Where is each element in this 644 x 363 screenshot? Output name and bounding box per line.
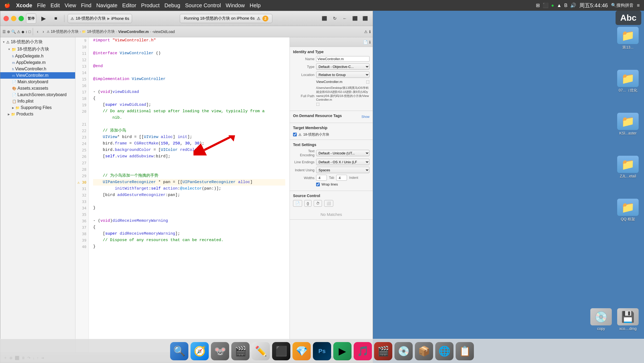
menu-find[interactable]: Find — [81, 2, 92, 9]
folder-07[interactable]: 📁 07...（优化 — [617, 70, 639, 93]
target-checkbox[interactable] — [293, 133, 297, 136]
layout-right-btn[interactable]: ⬛ — [361, 14, 369, 23]
menu-xcode[interactable]: Xcode — [16, 2, 32, 9]
sc-blame-btn[interactable]: ⬜ — [324, 200, 333, 207]
dock-play[interactable]: ▶ — [333, 342, 352, 360]
screen-icon[interactable]: ⊞ — [536, 2, 540, 8]
breadcrumb-method[interactable]: -viewDidLoad — [152, 30, 175, 34]
menu-product[interactable]: Product — [141, 2, 160, 9]
dock-music[interactable]: 🎵 — [354, 342, 372, 360]
encoding-select[interactable]: Default - Unicode (UT... — [316, 150, 369, 156]
indent-width-input[interactable] — [336, 175, 347, 181]
menu-edit[interactable]: Edit — [50, 2, 60, 9]
status-pill[interactable]: Running 18-愤怒的小方块 on iPhone 6s ⚠ 2 — [180, 14, 272, 23]
menu-view[interactable]: View — [65, 2, 76, 9]
dock-safari[interactable]: 🧭 — [191, 342, 209, 360]
menu-help[interactable]: Help — [250, 2, 261, 9]
file-item-infoplist[interactable]: 📋 Info.plist — [0, 98, 75, 104]
sc-file-btn[interactable]: 📄 — [293, 200, 302, 207]
file-item-appdelegatem[interactable]: m AppDelegate.m — [0, 59, 75, 66]
file-item-launchscreen[interactable]: 📄 LaunchScreen.storyboard — [0, 92, 75, 98]
breadcrumb-file[interactable]: ViewController.m — [118, 30, 149, 34]
breadcrumb-group[interactable]: 📁 18-愤怒的小方块 — [82, 29, 115, 34]
folder-13[interactable]: 📁 第13... — [617, 27, 639, 50]
name-field[interactable] — [316, 56, 369, 62]
stop-square-button[interactable]: ■ — [51, 13, 61, 24]
menu-navigate[interactable]: Navigate — [96, 2, 118, 9]
nav-log-btn[interactable]: □ — [28, 30, 31, 34]
file-item-storyboard[interactable]: 📄 Main.storyboard — [0, 79, 75, 85]
dock-pen[interactable]: ✏️ — [252, 342, 270, 360]
layout-left-btn[interactable]: ⬛ — [320, 14, 329, 23]
sc-diff-btn[interactable]: {} — [304, 200, 312, 207]
dock-terminal[interactable]: ⬛ — [272, 342, 290, 360]
code-content[interactable]: #import "ViewController.h" @interface Vi… — [89, 37, 290, 353]
back-btn[interactable]: ← — [341, 14, 349, 23]
sc-history-btn[interactable]: ⏱ — [314, 200, 322, 207]
location-select[interactable]: Relative to Group — [316, 71, 369, 78]
close-button[interactable] — [3, 16, 9, 21]
wrap-checkbox[interactable] — [316, 183, 320, 186]
nav-warning-right[interactable]: ⚠ — [364, 30, 368, 34]
rp-info-btn[interactable]: ℹ — [369, 40, 371, 44]
nav-back-btn[interactable]: ‹ — [35, 29, 40, 35]
file-item-viewcontrollerh[interactable]: h ViewController.h — [0, 66, 75, 72]
file-item-viewcontrollerm[interactable]: m ViewController.m — [0, 72, 75, 79]
airplay-icon[interactable]: ⬛ — [543, 2, 548, 8]
file-item-supporting[interactable]: ▶ 📁 Supporting Files — [0, 104, 75, 111]
fullpath-reveal-btn[interactable]: ⬚ — [316, 102, 320, 106]
code-editor[interactable]: 9 10 11 12 13 14 15 16 17 18 19 20 21 22… — [75, 37, 290, 353]
reveal-btn[interactable]: ⬚ — [366, 79, 369, 84]
file-item-root[interactable]: ▼ ⚠ 18-愤怒的小方块 — [0, 38, 75, 46]
menu-source-control[interactable]: Source Control — [185, 2, 221, 9]
dock-mouse[interactable]: 🐭 — [211, 342, 229, 360]
layout-split-btn[interactable]: ⬛ — [351, 14, 359, 23]
dock-ps[interactable]: Ps — [313, 342, 331, 360]
stop-button[interactable]: 暂停 — [26, 13, 36, 24]
notification-icon[interactable]: ≡ — [637, 3, 640, 8]
menu-file[interactable]: File — [37, 2, 46, 9]
dock-sketch[interactable]: 💎 — [292, 342, 311, 360]
nav-thread-btn[interactable]: ↕ — [25, 30, 27, 34]
folder-ksi[interactable]: 📁 KSl...aster — [617, 113, 639, 135]
nav-search-btn[interactable]: 🔍 — [11, 30, 16, 34]
folder-qq[interactable]: 📁 QQ 框架 — [617, 199, 639, 222]
rp-file-btn[interactable]: 📄 — [363, 40, 368, 44]
menu-window[interactable]: Window — [226, 2, 245, 9]
file-item-appdelegateh[interactable]: h AppDelegate.h — [0, 53, 75, 59]
folder-dmg[interactable]: 💾 xco....dmg — [617, 308, 639, 331]
minimize-button[interactable] — [11, 16, 16, 21]
dock-gray4[interactable]: 📋 — [456, 342, 474, 360]
indent-using-select[interactable]: Spaces — [316, 167, 369, 173]
breadcrumb-project[interactable]: ⚠ 18-愤怒的小方块 — [47, 29, 79, 34]
nav-forward-btn[interactable]: › — [41, 29, 46, 35]
fullscreen-button[interactable] — [19, 16, 24, 21]
nav-toggle-btn[interactable]: ☰ — [2, 30, 6, 34]
scheme-selector[interactable]: ⚠ 18-愤怒的小方块 ▶ iPhone 6s — [68, 14, 132, 23]
dock-video[interactable]: 🎬 — [231, 342, 250, 360]
line-endings-select[interactable]: Default - OS X / Unix (LF — [316, 159, 369, 165]
menu-editor[interactable]: Editor — [122, 2, 136, 9]
file-item-assets[interactable]: 🎨 Assets.xcassets — [0, 85, 75, 92]
nav-filter-btn[interactable]: ⊕ — [7, 30, 10, 34]
apple-menu[interactable]: 🍎 — [4, 2, 10, 8]
dock-gray3[interactable]: 🌐 — [435, 342, 453, 360]
dock-qt[interactable]: 🎬 — [374, 342, 392, 360]
folder-zjl[interactable]: 📁 ZJL...etail — [617, 156, 639, 178]
tab-width-input[interactable] — [316, 175, 327, 181]
nav-breakpoint-btn[interactable]: ◆ — [21, 30, 24, 34]
file-item-group[interactable]: ▼ 📁 18-愤怒的小方块 — [0, 46, 75, 53]
refresh-btn[interactable]: ↻ — [330, 14, 339, 23]
show-btn[interactable]: Show — [361, 115, 369, 119]
menu-debug[interactable]: Debug — [164, 2, 180, 9]
dock-gray1[interactable]: 💿 — [394, 342, 413, 360]
file-item-products[interactable]: ▶ 📁 Products — [0, 111, 75, 117]
nav-warning-btn[interactable]: ⚠ — [17, 30, 20, 34]
dock-finder[interactable]: 🔍 — [170, 342, 188, 360]
type-select[interactable]: Default - Objective-C... — [316, 63, 369, 70]
search-menubar[interactable]: 🔍搜狗拼音 — [611, 3, 634, 8]
folder-copy[interactable]: 💿 copy — [590, 308, 612, 331]
nav-info-btn[interactable]: ℹ — [369, 30, 371, 34]
dock-gray2[interactable]: 📦 — [415, 342, 433, 360]
run-button[interactable]: ▶ — [38, 13, 49, 24]
